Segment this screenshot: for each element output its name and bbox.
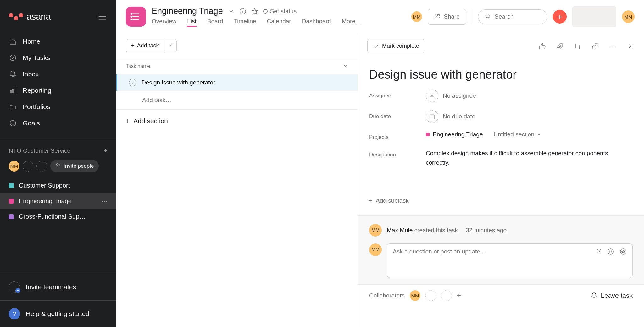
task-name: Design issue with generator: [142, 79, 215, 86]
activity-time: 32 minutes ago: [466, 227, 507, 234]
svg-point-24: [486, 14, 489, 18]
add-task-button[interactable]: + Add task: [126, 39, 177, 52]
invite-teammates-button[interactable]: Invite teammates: [0, 274, 116, 300]
project-customer-support[interactable]: Customer Support: [0, 178, 116, 193]
svg-point-34: [608, 249, 613, 254]
bell-icon: [591, 292, 597, 299]
empty-collaborator[interactable]: [425, 290, 436, 301]
emoji-icon[interactable]: [607, 248, 614, 256]
global-add-button[interactable]: +: [553, 10, 567, 24]
invite-people-button[interactable]: Invite people: [50, 160, 99, 172]
leave-task-button[interactable]: Leave task: [591, 292, 633, 299]
task-title[interactable]: Design issue with generator: [369, 68, 633, 81]
due-date-label: Due date: [369, 110, 410, 120]
workspace-name: NTO Customer Service: [9, 147, 70, 154]
nav-portfolios[interactable]: Portfolios: [0, 99, 116, 115]
nav-label: My Tasks: [23, 54, 50, 62]
tab-dashboard[interactable]: Dashboard: [302, 18, 331, 27]
more-icon[interactable]: ⋯: [609, 42, 617, 50]
subtask-icon[interactable]: [574, 42, 582, 50]
svg-rect-5: [12, 89, 13, 93]
upgrade-placeholder[interactable]: [572, 6, 616, 27]
description-text[interactable]: Complex design makes it difficult to ass…: [426, 149, 614, 168]
search-input[interactable]: [478, 9, 547, 24]
nav-goals[interactable]: Goals: [0, 115, 116, 131]
svg-line-25: [489, 17, 490, 18]
set-status-button[interactable]: Set status: [263, 8, 297, 15]
nav-label: Goals: [23, 119, 40, 127]
asana-logo-icon: [9, 13, 23, 20]
svg-point-29: [431, 94, 433, 96]
assignee-value[interactable]: No assignee: [426, 90, 476, 102]
user-avatar[interactable]: MM: [622, 10, 635, 23]
user-plus-icon: [55, 162, 61, 170]
star-icon[interactable]: [620, 248, 627, 256]
empty-collaborator[interactable]: [441, 290, 452, 301]
close-panel-icon[interactable]: [626, 42, 635, 50]
nav-reporting[interactable]: Reporting: [0, 82, 116, 99]
task-complete-toggle[interactable]: [129, 79, 136, 86]
task-detail-pane: Mark complete ⋯ Design issue with genera…: [358, 33, 644, 327]
mention-icon[interactable]: @: [597, 248, 602, 254]
member-avatar[interactable]: MM: [9, 161, 19, 172]
share-button[interactable]: Share: [428, 9, 466, 25]
comment-input[interactable]: @: [387, 243, 633, 278]
info-icon[interactable]: [239, 8, 246, 15]
tab-board[interactable]: Board: [207, 18, 223, 27]
nav-home[interactable]: Home: [0, 33, 116, 50]
help-label: Help & getting started: [26, 310, 89, 318]
nav-my-tasks[interactable]: My Tasks: [0, 50, 116, 66]
project-cross-functional[interactable]: Cross-Functional Sup…: [0, 209, 116, 224]
brand-text: asana: [26, 11, 51, 22]
tab-calendar[interactable]: Calendar: [267, 18, 291, 27]
collapse-sidebar-button[interactable]: [97, 11, 108, 22]
project-label: Customer Support: [19, 182, 108, 189]
header-member-avatar[interactable]: MM: [411, 11, 422, 22]
share-label: Share: [444, 13, 460, 20]
activity-actor[interactable]: Max Mule: [387, 227, 413, 233]
project-menu-chevron-icon[interactable]: [228, 8, 234, 14]
section-selector[interactable]: Untitled section: [494, 131, 541, 138]
link-icon[interactable]: [591, 42, 599, 50]
calendar-icon: [426, 110, 438, 123]
projects-label: Projects: [369, 131, 410, 140]
nav-list: Home My Tasks Inbox Reporting Portfolios…: [0, 33, 116, 139]
column-menu-icon[interactable]: [342, 63, 348, 70]
tab-timeline[interactable]: Timeline: [234, 18, 256, 27]
collaborator-avatar[interactable]: MM: [410, 290, 420, 301]
project-more-icon[interactable]: ⋯: [101, 197, 108, 205]
svg-point-9: [57, 163, 58, 165]
search-field[interactable]: [495, 13, 541, 20]
tab-more[interactable]: More…: [342, 18, 361, 27]
mark-complete-button[interactable]: Mark complete: [367, 39, 425, 53]
user-plus-circle-icon: [9, 281, 20, 293]
brand[interactable]: asana: [9, 11, 51, 22]
tab-list[interactable]: List: [187, 18, 197, 27]
add-task-row[interactable]: Add task…: [116, 91, 358, 110]
task-row[interactable]: Design issue with generator: [116, 74, 358, 91]
add-collaborator-icon[interactable]: +: [457, 292, 461, 300]
tab-overview[interactable]: Overview: [152, 18, 176, 27]
add-section-button[interactable]: + Add section: [116, 110, 358, 132]
svg-marker-38: [622, 250, 625, 253]
mark-complete-label: Mark complete: [382, 43, 419, 49]
comment-field[interactable]: [393, 248, 597, 255]
due-date-value[interactable]: No due date: [426, 110, 475, 123]
project-chip[interactable]: Engineering Triage: [426, 131, 483, 138]
nav-label: Portfolios: [23, 103, 50, 111]
sidebar: asana Home My Tasks Inbox Reporting Port…: [0, 0, 116, 327]
attachment-icon[interactable]: [556, 42, 564, 50]
activity-action: created this task.: [413, 227, 459, 233]
project-engineering-triage[interactable]: Engineering Triage ⋯: [0, 193, 116, 209]
svg-point-22: [436, 14, 438, 16]
like-icon[interactable]: [538, 42, 547, 50]
workspace-header[interactable]: NTO Customer Service +: [0, 139, 116, 160]
svg-marker-21: [252, 8, 257, 14]
plus-icon[interactable]: +: [103, 147, 108, 155]
nav-inbox[interactable]: Inbox: [0, 66, 116, 82]
star-icon[interactable]: [251, 8, 258, 15]
add-task-caret[interactable]: [164, 40, 176, 52]
help-button[interactable]: ? Help & getting started: [0, 301, 116, 327]
add-subtask-button[interactable]: + Add subtask: [369, 195, 633, 207]
check-circle-icon: [9, 54, 17, 62]
